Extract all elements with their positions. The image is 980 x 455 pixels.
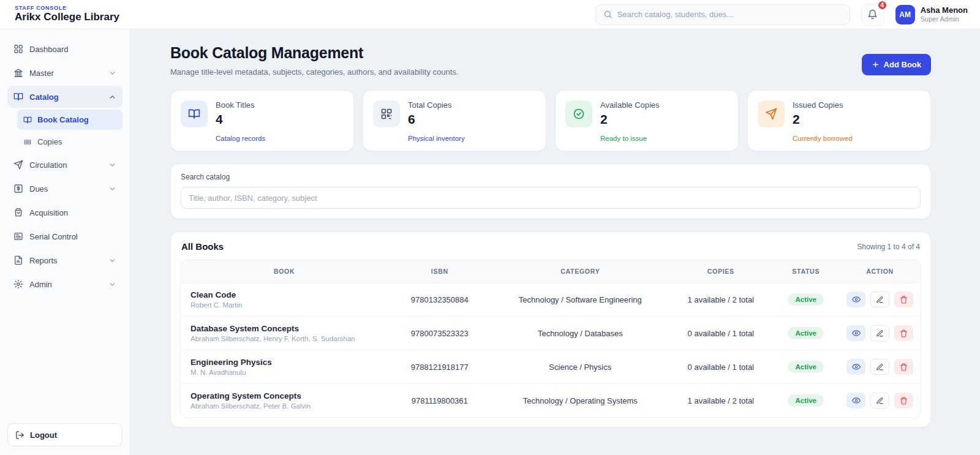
sidebar-item-admin[interactable]: Admin [7,273,123,295]
book-category: Technology / Operating Systems [491,384,669,418]
table-row: Database System Concepts Abraham Silbers… [181,317,921,350]
catalog-search-label: Search catalog [181,173,921,181]
table-row: Operating System Concepts Abraham Silber… [181,384,921,418]
column-header-book: BOOK [181,260,388,283]
qr-code-icon [373,100,400,127]
book-isbn: 9781119800361 [388,384,491,418]
stat-label: Total Copies [408,100,452,110]
pencil-icon [876,329,884,337]
sidebar-item-acquisition[interactable]: Acquisition [7,201,123,224]
stat-subtext: Catalog records [216,135,344,142]
sidebar-item-dashboard[interactable]: Dashboard [7,38,123,60]
brand: STAFF CONSOLE Arikx College Library [15,6,119,23]
book-icon [23,116,32,124]
book-category: Technology / Databases [491,317,669,350]
delete-button[interactable] [894,325,913,341]
sidebar-item-label: Dues [29,184,48,194]
add-book-button[interactable]: Add Book [862,54,931,75]
stat-value: 2 [600,112,660,127]
book-authors: Abraham Silberschatz, Peter B. Galvin [190,402,383,410]
stat-text: Issued Copies 2 [793,100,843,127]
status-badge: Active [788,361,824,373]
book-category: Technology / Software Engineering [491,283,669,317]
stat-label: Issued Copies [793,100,843,110]
shopping-bag-icon [13,208,23,217]
status-badge: Active [788,293,824,306]
view-button[interactable] [846,291,865,307]
stat-subtext: Currently borrowed [793,135,921,142]
page-header: Book Catalog Management Manage title-lev… [170,44,931,77]
sidebar-item-serial-control[interactable]: Serial Control [7,225,123,247]
user-menu[interactable]: AM Asha Menon Super Admin [895,5,968,24]
stat-card-total-copies: Total Copies 6 Physical inventory [363,90,546,151]
stats-row: Book Titles 4 Catalog records Total Copi… [170,90,931,151]
eye-icon [852,295,861,304]
sidebar-item-label: Dashboard [29,45,69,54]
table-showing: Showing 1 to 4 of 4 [857,243,920,251]
send-icon [758,100,785,127]
sidebar-item-catalog[interactable]: Catalog [7,86,123,108]
book-isbn: 9788121918177 [388,350,491,384]
table-row: Engineering Physics M. N. Avadhanulu 978… [181,350,921,384]
book-open-icon [13,92,23,102]
view-button[interactable] [846,325,865,341]
chevron-up-icon [108,93,116,101]
book-isbn: 9780132350884 [388,283,491,317]
edit-button[interactable] [870,291,889,307]
sidebar-item-label: Acquisition [29,208,68,217]
view-button[interactable] [846,393,865,408]
stat-value: 4 [216,112,255,127]
chevron-down-icon [108,257,116,265]
delete-button[interactable] [894,291,913,307]
stat-text: Total Copies 6 [408,100,452,127]
book-open-icon [181,100,208,127]
global-search[interactable] [595,4,850,25]
book-title: Database System Concepts [190,324,383,333]
table-header-row: BOOK ISBN CATEGORY COPIES STATUS ACTION [181,260,921,283]
column-header-isbn: ISBN [388,260,491,283]
topbar: STAFF CONSOLE Arikx College Library 4 AM… [0,0,980,29]
sidebar-item-book-catalog[interactable]: Book Catalog [17,110,123,130]
book-authors: M. N. Avadhanulu [190,369,383,376]
trash-icon [900,363,908,371]
plus-icon [872,61,880,69]
gear-icon [13,279,23,289]
stat-text: Available Copies 2 [600,100,660,127]
add-book-label: Add Book [884,60,921,69]
global-search-input[interactable] [617,10,842,19]
chevron-down-icon [108,185,116,193]
catalog-search-input[interactable] [181,187,921,209]
table-row: Clean Code Robert C. Martin 978013235088… [181,283,921,317]
book-category: Science / Physics [491,350,669,384]
catalog-submenu: Book Catalog Copies [7,110,123,152]
book-isbn: 9780073523323 [388,317,491,350]
delete-button[interactable] [894,359,913,375]
sidebar-item-dues[interactable]: Dues [7,178,123,200]
sidebar-item-label: Copies [37,137,62,146]
catalog-search-card: Search catalog [170,164,931,219]
all-books-card: All Books Showing 1 to 4 of 4 BOOK ISBN … [170,231,931,427]
sidebar-item-label: Admin [29,280,52,289]
stat-subtext: Physical inventory [408,135,536,142]
sidebar-item-master[interactable]: Master [7,62,123,84]
notifications-button[interactable]: 4 [861,4,884,26]
view-button[interactable] [846,359,865,375]
app-title: Arikx College Library [15,12,119,23]
sidebar-item-circulation[interactable]: Circulation [7,154,123,176]
delete-button[interactable] [894,393,913,408]
stat-label: Book Titles [216,100,255,110]
pencil-icon [876,296,884,304]
sidebar-item-label: Book Catalog [37,115,89,124]
logout-button[interactable]: Logout [7,423,123,446]
sidebar-item-copies[interactable]: Copies [17,132,123,152]
stat-value: 6 [408,112,452,127]
sidebar-item-reports[interactable]: Reports [7,249,123,271]
user-info: Asha Menon Super Admin [921,6,968,23]
avatar: AM [895,5,915,24]
book-authors: Abraham Silberschatz, Henry F. Korth, S.… [190,335,383,342]
edit-button[interactable] [870,359,889,375]
book-title: Operating System Concepts [190,391,383,400]
edit-button[interactable] [870,325,889,341]
user-role: Super Admin [921,15,968,23]
edit-button[interactable] [870,393,889,408]
